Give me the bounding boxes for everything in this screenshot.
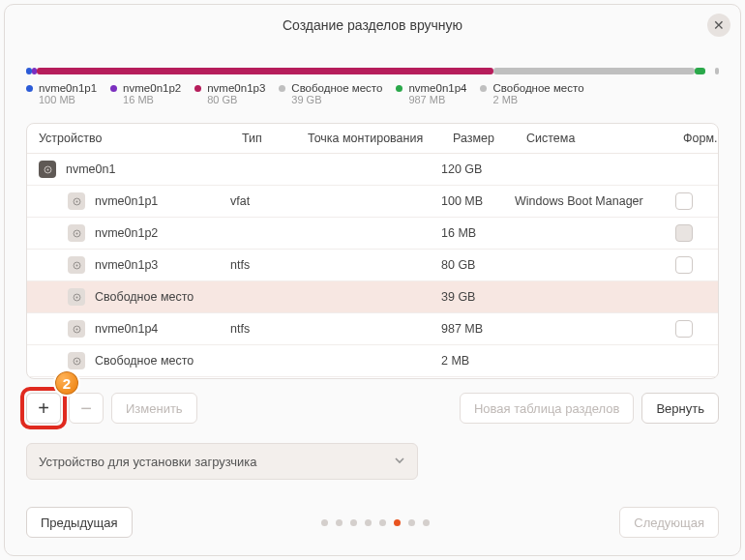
revert-button[interactable]: Вернуть (641, 393, 719, 424)
add-partition-button[interactable]: + (26, 393, 61, 424)
annotation-step-badge: 2 (53, 369, 80, 397)
step-dot (321, 519, 328, 526)
legend-dot (110, 85, 117, 92)
wizard-footer: Предыдущая Следующая (26, 507, 719, 555)
step-indicator (321, 519, 430, 526)
legend-size: 987 MB (408, 94, 466, 105)
legend-name: nvme0n1p4 (408, 82, 466, 94)
col-type: Тип (242, 132, 308, 145)
bootloader-device-dropdown[interactable]: Устройство для установки загрузчика (26, 443, 418, 480)
legend-size: 16 MB (123, 94, 181, 105)
legend-size: 100 MB (39, 94, 97, 105)
table-row[interactable]: nvme0n1p4ntfs987 MB (27, 313, 718, 345)
close-button[interactable]: ✕ (707, 14, 730, 37)
cell-size: 2 MB (441, 354, 515, 368)
legend-dot (194, 85, 201, 92)
format-checkbox[interactable] (675, 320, 693, 338)
titlebar: Создание разделов вручную ✕ (5, 5, 740, 46)
disk-icon (68, 256, 85, 274)
installer-window: Создание разделов вручную ✕ nvme0n1p1100… (4, 4, 741, 556)
legend-name: nvme0n1p2 (123, 82, 181, 94)
step-dot (336, 519, 343, 526)
svg-point-7 (75, 264, 77, 266)
cell-size: 80 GB (441, 258, 515, 272)
device-name: Свободное место (95, 290, 194, 304)
prev-button[interactable]: Предыдущая (26, 507, 133, 538)
legend-dot (26, 85, 33, 92)
page-title: Создание разделов вручную (283, 17, 462, 33)
legend-item: Свободное место2 MB (480, 82, 583, 105)
device-name: nvme0n1 (66, 162, 115, 176)
svg-point-1 (46, 168, 48, 170)
cell-size: 39 GB (441, 290, 515, 304)
format-checkbox[interactable] (675, 256, 693, 274)
device-name: Свободное место (95, 354, 194, 368)
table-header: Устройство Тип Точка монтирования Размер… (27, 124, 718, 154)
format-checkbox[interactable] (675, 192, 693, 210)
disk-icon (68, 320, 85, 338)
table-row[interactable]: nvme0n1p1vfat100 MBWindows Boot Manager (27, 186, 718, 218)
disk-usage-legend: nvme0n1p1100 MBnvme0n1p216 MBnvme0n1p380… (26, 82, 719, 105)
content-area: nvme0n1p1100 MBnvme0n1p216 MBnvme0n1p380… (5, 46, 740, 555)
disk-icon (68, 288, 85, 306)
table-row[interactable]: nvme0n1120 GB (27, 154, 718, 186)
next-button[interactable]: Следующая (619, 507, 719, 538)
legend-size: 2 MB (492, 94, 583, 105)
table-body: nvme0n1120 GBnvme0n1p1vfat100 MBWindows … (27, 154, 718, 378)
legend-dot (480, 85, 487, 92)
usage-bar-segment (26, 68, 32, 74)
cell-size: 987 MB (441, 322, 515, 336)
disk-icon (68, 352, 85, 369)
partition-table: Устройство Тип Точка монтирования Размер… (26, 123, 719, 379)
disk-icon (39, 161, 56, 178)
legend-item: Свободное место39 GB (279, 82, 382, 105)
col-mount: Точка монтирования (308, 132, 453, 145)
table-row[interactable]: n264 GB (27, 377, 718, 378)
table-row[interactable]: Свободное место2 MB (27, 345, 718, 377)
legend-item: nvme0n1p216 MB (110, 82, 181, 105)
chevron-down-icon (394, 455, 405, 469)
usage-bar-segment (32, 68, 37, 74)
device-name: nvme0n1p4 (95, 322, 158, 336)
bootloader-section: Устройство для установки загрузчика (26, 443, 719, 480)
col-system: Система (526, 132, 683, 145)
usage-bar-segment (715, 68, 719, 74)
cell-system: Windows Boot Manager (515, 194, 671, 208)
step-dot (408, 519, 415, 526)
new-partition-table-button[interactable]: Новая таблица разделов (460, 393, 635, 424)
usage-bar-segment (37, 68, 494, 74)
remove-partition-button[interactable]: − (69, 393, 104, 424)
disk-icon (68, 224, 85, 242)
legend-name: nvme0n1p1 (39, 82, 97, 94)
col-format: Форм. (683, 132, 719, 145)
table-row[interactable]: nvme0n1p216 MB (27, 218, 718, 250)
table-row[interactable]: nvme0n1p3ntfs80 GB (27, 250, 718, 281)
modify-partition-button[interactable]: Изменить (111, 393, 197, 424)
disk-icon (68, 192, 85, 210)
step-dot (350, 519, 357, 526)
legend-dot (279, 85, 285, 92)
col-device: Устройство (39, 132, 242, 145)
legend-size: 39 GB (291, 94, 382, 105)
legend-name: nvme0n1p3 (207, 82, 265, 94)
dropdown-label: Устройство для установки загрузчика (39, 455, 257, 469)
usage-bar-segment (695, 68, 705, 74)
plus-icon: + (38, 398, 49, 420)
disk-usage-bar (26, 68, 719, 74)
svg-point-11 (75, 328, 77, 330)
svg-point-13 (75, 360, 77, 362)
cell-type: ntfs (230, 258, 296, 272)
legend-size: 80 GB (207, 94, 265, 105)
device-name: nvme0n1p2 (95, 226, 158, 240)
close-icon: ✕ (713, 17, 725, 33)
table-row[interactable]: Свободное место39 GB (27, 281, 718, 313)
device-name: nvme0n1p1 (95, 194, 158, 208)
minus-icon: − (80, 398, 92, 420)
partition-toolbar: 2 + − Изменить Новая таблица разделов Ве… (26, 393, 719, 424)
legend-name: Свободное место (291, 82, 382, 94)
cell-size: 100 MB (441, 194, 515, 208)
svg-point-3 (75, 200, 77, 202)
legend-item: nvme0n1p1100 MB (26, 82, 97, 105)
col-size: Размер (453, 132, 526, 145)
usage-bar-segment (493, 68, 695, 74)
